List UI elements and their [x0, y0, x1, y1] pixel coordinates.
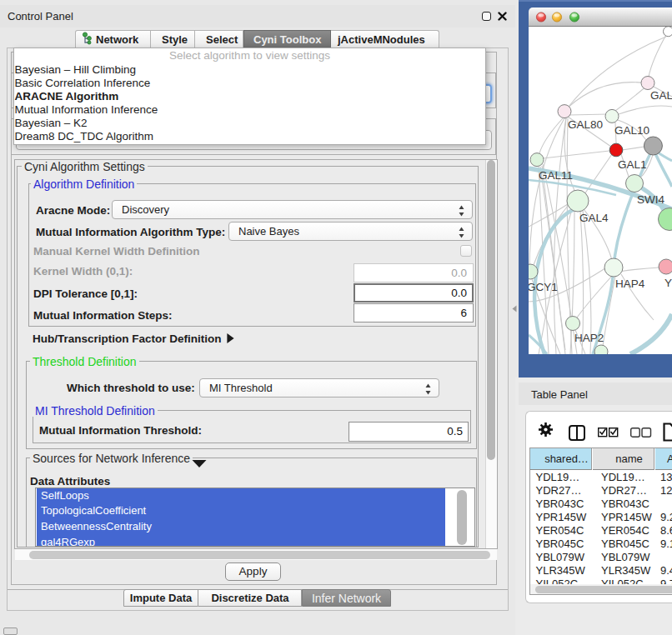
svg-text:SWI4: SWI4 [637, 193, 664, 206]
svg-text:HAP4: HAP4 [615, 278, 645, 290]
svg-text:GAL1: GAL1 [618, 158, 647, 171]
svg-text:GAL4: GAL4 [579, 212, 609, 224]
svg-text:GAL11: GAL11 [539, 169, 573, 182]
svg-text:YM: YM [664, 277, 672, 289]
svg-text:GAL10: GAL10 [614, 124, 649, 137]
svg-text:GAL80: GAL80 [568, 118, 603, 131]
svg-text:GCY1: GCY1 [529, 281, 558, 293]
svg-text:HAP2: HAP2 [574, 332, 604, 344]
svg-text:GAL7: GAL7 [650, 89, 672, 102]
